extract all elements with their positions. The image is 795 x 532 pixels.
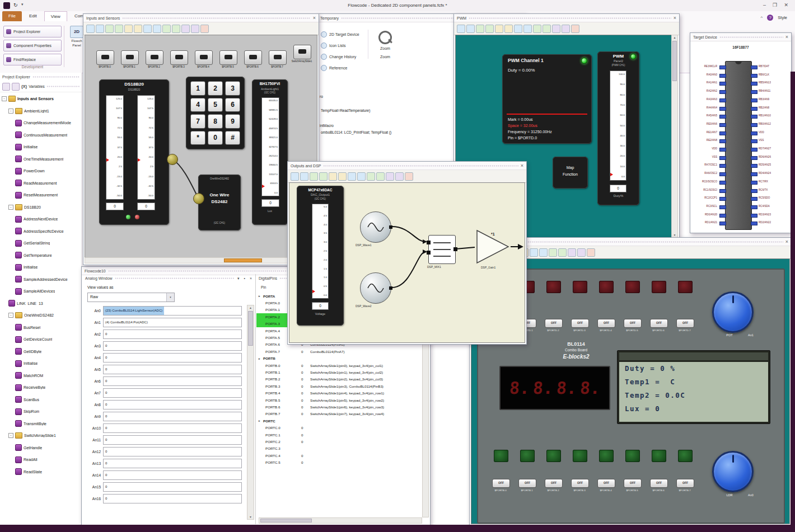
tree-item[interactable]: TransmitByte <box>0 418 82 430</box>
copy-icon[interactable] <box>476 25 484 33</box>
grid-icon[interactable] <box>395 172 404 181</box>
scrollbar-thumb[interactable] <box>224 258 262 262</box>
dsp-wave2-component[interactable] <box>360 272 391 304</box>
dip-switch[interactable] <box>244 50 262 65</box>
cursor-icon[interactable] <box>457 25 465 33</box>
analog-value-field[interactable]: 0 <box>103 400 242 409</box>
expander-icon[interactable]: - <box>2 96 7 101</box>
pan-icon[interactable] <box>300 172 308 181</box>
camera-icon[interactable] <box>200 25 209 33</box>
paste-icon[interactable] <box>115 25 123 33</box>
undo-icon[interactable] <box>329 172 337 181</box>
pwm-window-titlebar[interactable]: PWM × <box>454 14 679 22</box>
switch-button[interactable]: OFF <box>650 319 668 328</box>
variables-x-icon[interactable]: {X} <box>21 84 27 88</box>
tree-item[interactable]: GetHandle <box>0 442 82 454</box>
switch-button[interactable]: OFF <box>676 479 694 488</box>
inputs-hscrollbar[interactable] <box>85 257 317 263</box>
rotate-left-icon[interactable] <box>143 25 152 33</box>
onewire-node[interactable] <box>167 154 178 165</box>
pin-row[interactable]: PORTB.70SwitchArraySlide1(pin7), keypad_… <box>256 411 422 417</box>
analog-value-field[interactable]: 0 <box>103 365 242 374</box>
pin-icon[interactable]: ▪ <box>242 276 246 280</box>
tab-file[interactable]: File <box>2 11 22 21</box>
dip-switch[interactable] <box>146 50 163 65</box>
chevron-down-icon[interactable]: ▾ <box>166 293 174 302</box>
onewire-ds2482-component[interactable]: OneWireDS2482 One Wire DS2482 (I2C CH1) <box>198 175 241 230</box>
zoom-fit-icon[interactable] <box>181 25 190 33</box>
tree-item[interactable]: AddressSpecificDevice <box>0 225 82 238</box>
analog-value-field[interactable]: 0 <box>103 341 242 351</box>
rotate-right-icon[interactable] <box>357 172 366 181</box>
panel-canvas[interactable]: DS18B20 DS18B20 125.0107.590.072.555.037… <box>85 35 317 258</box>
switch-button[interactable]: OFF <box>624 479 642 488</box>
switch-button[interactable]: OFF <box>518 479 536 488</box>
keypad-key-*[interactable]: * <box>190 131 205 145</box>
grid-icon[interactable] <box>577 248 586 257</box>
pot-knob[interactable] <box>712 291 754 333</box>
expander-icon[interactable]: - <box>8 205 13 210</box>
pwm-channel-block[interactable]: PWM Channel 1 Duty = 0.00% Mark = 0.00us… <box>502 54 592 144</box>
scroll-down-icon[interactable]: ▼ <box>247 515 254 519</box>
pin-row[interactable]: PORTA.70ComboBL0114(PinA7) <box>256 348 422 355</box>
zoom-label[interactable]: Zoom <box>368 46 402 50</box>
tree-item[interactable]: MatchROM <box>0 370 82 382</box>
keypad-key-7[interactable]: 7 <box>190 114 205 129</box>
view-toggle[interactable]: 2D Target Device <box>319 29 366 40</box>
paste-icon[interactable] <box>485 25 494 33</box>
tree-item[interactable]: Initialise <box>0 141 82 153</box>
rotate-right-icon[interactable] <box>539 248 548 257</box>
keypad-key-3[interactable]: 3 <box>225 81 240 96</box>
zoom-fit-icon[interactable] <box>386 172 394 181</box>
analog-value-field[interactable]: 0 <box>103 482 242 492</box>
redo-icon[interactable] <box>338 172 347 181</box>
view-toggle[interactable]: Reference <box>319 62 366 73</box>
zoom-in-icon[interactable] <box>549 248 557 257</box>
maximize-button[interactable]: ❐ <box>773 2 777 8</box>
keypad-key-6[interactable]: 6 <box>225 98 240 112</box>
pwm-meter-component[interactable]: PWM Panel2 (PWM CH1) 100.090.080.070.060… <box>597 51 639 205</box>
pin-row[interactable]: PORTB.20SwitchArraySlide1(pin2), keypad_… <box>256 376 422 383</box>
dsp-wave1-component[interactable] <box>360 211 391 243</box>
camera-icon[interactable] <box>571 25 579 33</box>
analog-value-field[interactable]: 0 <box>103 459 242 468</box>
tree-item[interactable]: ReceiveByte <box>0 382 82 394</box>
pin-row[interactable]: PORTB.60SwitchArraySlide1(pin6), keypad_… <box>256 403 422 410</box>
zoom-in-icon[interactable] <box>367 172 375 181</box>
analog-value-field[interactable]: 0 <box>103 412 242 421</box>
scroll-up-icon[interactable]: ▲ <box>672 35 677 40</box>
rotate-left-icon[interactable] <box>530 248 538 257</box>
redo-icon[interactable] <box>134 25 142 33</box>
bh1750-component[interactable]: BH1750FVI AmbientLight1 (I2C CH1) 65535.… <box>252 79 288 225</box>
tree-item[interactable]: SampleAddressedDevice <box>0 274 82 286</box>
tree-item[interactable]: ContinuousMeasurement <box>0 129 82 142</box>
tree-item[interactable]: ResetMeasurement <box>0 189 82 201</box>
tree-item[interactable]: GetDeviceCount <box>0 333 82 346</box>
undo-icon[interactable] <box>124 25 133 33</box>
macros-grid-icon[interactable] <box>2 83 10 91</box>
switch-button[interactable]: OFF <box>571 319 589 328</box>
ldr-knob[interactable] <box>712 451 754 492</box>
keypad-key-2[interactable]: 2 <box>208 81 223 96</box>
pan-icon[interactable] <box>466 25 475 33</box>
zoom-in-icon[interactable] <box>162 25 171 33</box>
switch-button[interactable]: OFF <box>545 319 563 328</box>
tab-edit[interactable]: Edit <box>23 11 43 21</box>
close-icon[interactable]: × <box>785 35 788 40</box>
camera-icon[interactable] <box>405 172 413 181</box>
dip-switch[interactable] <box>219 50 237 65</box>
ds18b20-component[interactable]: DS18B20 DS18B20 125.0107.590.072.555.037… <box>99 79 169 225</box>
analog-window-header[interactable]: Analog Window ▾ ▪ × <box>83 274 255 283</box>
pin-row[interactable]: PORTC.10 <box>256 431 422 438</box>
undo-icon[interactable] <box>495 25 503 33</box>
zoom-fit-icon[interactable] <box>552 25 560 33</box>
paste-icon[interactable] <box>319 172 328 181</box>
keypad-key-4[interactable]: 4 <box>190 98 205 112</box>
mcp47x6-dac-component[interactable]: MCP47x6DAC DAC_Output1 (I2C CH1) 5.04.54… <box>297 186 344 326</box>
close-icon[interactable]: × <box>313 16 316 21</box>
tree-item[interactable]: ReadAll <box>0 454 82 466</box>
switch-button[interactable]: OFF <box>624 319 642 328</box>
switch-button[interactable]: OFF <box>650 479 668 488</box>
ribbon-button-find-replace[interactable]: Find/Replace <box>3 54 62 65</box>
scrollbar-thumb[interactable] <box>260 519 312 522</box>
